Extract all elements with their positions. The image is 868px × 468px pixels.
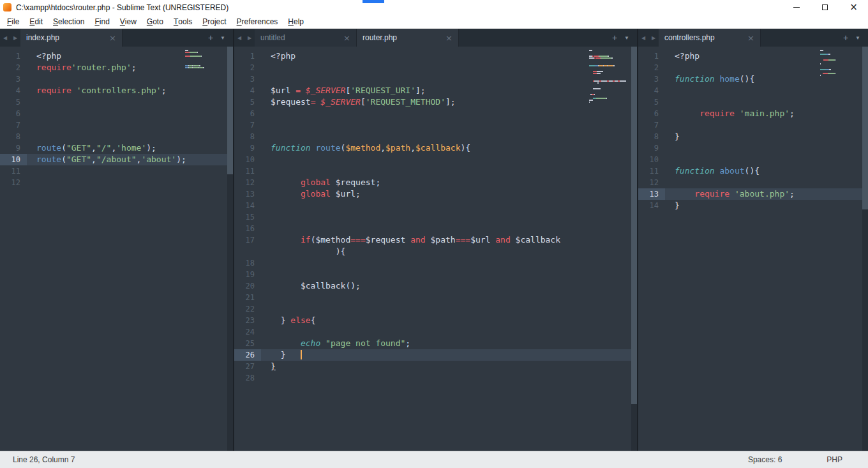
tab-label: untitled <box>260 33 340 42</box>
code-token: ; <box>161 86 167 95</box>
code-text <box>261 165 637 177</box>
scrollbar-thumb[interactable] <box>631 47 637 404</box>
line-number: 12 <box>0 177 27 188</box>
line-number: 9 <box>638 142 665 154</box>
code-text: } <box>665 200 868 211</box>
tab-scroll-right-icon[interactable]: ▶ <box>648 29 659 47</box>
tab-scroll-left-icon[interactable]: ◀ <box>234 29 244 47</box>
tab-scroll-left-icon[interactable]: ◀ <box>0 29 10 47</box>
code-text: $callback(); <box>261 280 637 292</box>
line-number: 26 <box>234 349 261 361</box>
code-token: , <box>91 155 96 164</box>
scrollbar-thumb[interactable] <box>862 47 868 209</box>
code-line: 4$url = $_SERVER['REQUEST_URI']; <box>234 85 637 96</box>
scrollbar-thumb[interactable] <box>227 47 233 174</box>
line-number: 13 <box>234 188 261 200</box>
new-tab-button[interactable]: + <box>204 29 217 47</box>
menu-item-preferences[interactable]: Preferences <box>232 15 283 28</box>
code-text <box>261 154 637 165</box>
code-token: } <box>281 315 291 325</box>
tab-overflow-button[interactable]: ▼ <box>621 29 632 47</box>
indentation-indicator[interactable]: Spaces: 6 <box>748 455 782 464</box>
maximize-button[interactable] <box>811 0 839 15</box>
line-number: 3 <box>234 73 261 85</box>
code-token: $path <box>426 235 456 245</box>
code-text <box>665 119 868 131</box>
line-number: 24 <box>234 326 261 338</box>
vertical-scrollbar[interactable] <box>862 47 868 451</box>
code-token: ){ <box>336 246 346 256</box>
tab-label: index.php <box>26 33 105 42</box>
vertical-scrollbar[interactable] <box>631 47 637 451</box>
minimap-line <box>589 82 629 84</box>
minimap[interactable] <box>589 50 629 105</box>
code-line: 9route("GET","/",'home'); <box>0 142 233 154</box>
code-token: echo <box>301 338 326 348</box>
tab-close-icon[interactable]: × <box>445 33 453 43</box>
menu-item-file[interactable]: File <box>2 15 24 28</box>
code-line: 3 <box>234 73 637 85</box>
tabbar: ◀▶index.php×+▼ <box>0 29 233 47</box>
minimap-line <box>589 73 629 74</box>
code-text <box>665 142 868 154</box>
minimap-line <box>589 102 629 103</box>
minimap-line <box>185 52 225 53</box>
code-token <box>271 315 281 325</box>
line-number: 28 <box>234 372 261 384</box>
code-line: 16 <box>234 223 637 234</box>
tab-controllers-php[interactable]: controllers.php× <box>659 29 761 47</box>
code-token: require <box>700 109 740 118</box>
menu-item-selection[interactable]: Selection <box>48 15 89 28</box>
cursor-position-label: Line 26, Column 7 <box>0 455 75 464</box>
code-line: 7 <box>638 119 868 131</box>
menu-item-help[interactable]: Help <box>283 15 309 28</box>
new-tab-button[interactable]: + <box>839 29 852 47</box>
line-number: 20 <box>234 280 261 292</box>
tab-close-icon[interactable]: × <box>109 33 116 43</box>
line-number: 12 <box>638 177 665 188</box>
code-text: } else{ <box>261 315 637 326</box>
menu-item-edit[interactable]: Edit <box>24 15 48 28</box>
tab-overflow-button[interactable]: ▼ <box>852 29 864 47</box>
menu-item-goto[interactable]: Goto <box>142 15 168 28</box>
minimap-line <box>820 50 860 51</box>
new-tab-button[interactable]: + <box>608 29 621 47</box>
tab-close-icon[interactable]: × <box>747 33 754 43</box>
code-token <box>301 86 306 95</box>
menu-item-tools[interactable]: Tools <box>168 15 197 28</box>
tab-router-php[interactable]: router.php× <box>357 29 459 47</box>
code-text: require 'about.php'; <box>665 188 868 200</box>
syntax-indicator[interactable]: PHP <box>827 455 842 464</box>
tab-close-icon[interactable]: × <box>343 33 350 43</box>
code-line: 4 <box>638 85 868 96</box>
tab-index-php[interactable]: index.php× <box>20 29 123 47</box>
tab-scroll-left-icon[interactable]: ◀ <box>638 29 648 47</box>
tab-overflow-button[interactable]: ▼ <box>217 29 228 47</box>
minimize-button[interactable] <box>782 0 811 15</box>
code-token: } <box>675 132 680 141</box>
minimap[interactable] <box>185 50 225 73</box>
code-text: require 'main.php'; <box>665 108 868 119</box>
tab-scroll-right-icon[interactable]: ▶ <box>244 29 255 47</box>
vertical-scrollbar[interactable] <box>227 47 233 451</box>
menu-item-find[interactable]: Find <box>89 15 114 28</box>
close-button[interactable]: × <box>839 0 868 15</box>
code-text <box>665 154 868 165</box>
minimap[interactable] <box>820 50 860 77</box>
code-token <box>675 109 700 118</box>
tab-untitled[interactable]: untitled× <box>255 29 357 47</box>
minimap-line <box>185 63 225 64</box>
code-text: require 'controllers.php'; <box>27 85 233 96</box>
code-token: $url <box>470 235 495 245</box>
menu-item-view[interactable]: View <box>115 15 142 28</box>
tab-scroll-right-icon[interactable]: ▶ <box>10 29 20 47</box>
code-line: 11function about(){ <box>638 165 868 177</box>
code-token: 'main.php' <box>740 109 789 118</box>
menu-item-project[interactable]: Project <box>197 15 231 28</box>
code-text <box>27 73 233 85</box>
minimap-line <box>820 75 860 76</box>
code-line: 26 } <box>234 349 637 361</box>
line-number: 11 <box>638 165 665 177</box>
code-token: and <box>495 235 510 245</box>
code-line: 20 $callback(); <box>234 280 637 292</box>
